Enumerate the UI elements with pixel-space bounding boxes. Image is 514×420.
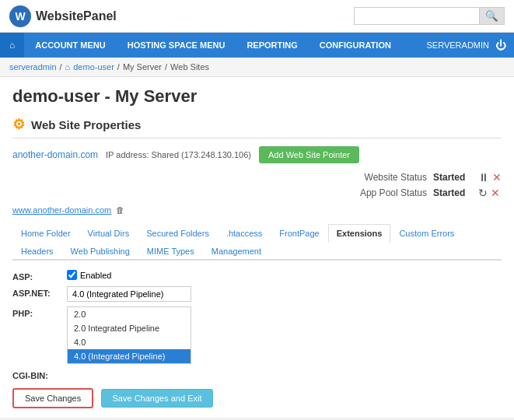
nav-configuration[interactable]: CONFIGURATION (309, 33, 402, 58)
section-title: Web Site Properties (31, 118, 141, 131)
breadcrumb-serveradmin[interactable]: serveradmin (9, 62, 57, 72)
apppool-status-value: Started (433, 187, 472, 198)
breadcrumb: serveradmin / ⌂ demo-user / My Server / … (0, 58, 514, 77)
www-domain-link[interactable]: www.another-domain.com (12, 205, 111, 215)
aspnet-label: ASP.NET: (12, 286, 59, 298)
tab-extensions[interactable]: Extensions (328, 224, 391, 243)
power-button[interactable]: ⏻ (495, 39, 506, 51)
php-row: PHP: 2.0 2.0 Integrated Pipeline 4.0 4.0… (12, 306, 502, 364)
server-admin-label: SERVERADMIN (427, 40, 489, 50)
section-header: ⚙ Web Site Properties (12, 116, 502, 138)
cgi-label: CGI-BIN: (12, 369, 59, 380)
asp-label: ASP: (12, 270, 59, 282)
delete-row: Delete Force delete website directory? (12, 415, 502, 418)
tabs-bar: Home Folder Virtual Dirs Secured Folders… (12, 224, 502, 261)
breadcrumb-home-icon: ⌂ (65, 62, 71, 72)
domain-link[interactable]: another-domain.com (12, 149, 98, 160)
apppool-status-line: App Pool Status Started ↻ ✕ (357, 187, 502, 199)
php-dropdown: 2.0 2.0 Integrated Pipeline 4.0 4.0 (Int… (67, 306, 191, 364)
tab-home-folder[interactable]: Home Folder (12, 224, 79, 243)
domain-row: another-domain.com IP address: Shared (1… (12, 146, 502, 199)
php-label: PHP: (12, 306, 59, 318)
tab-custom-errors[interactable]: Custom Errors (390, 224, 463, 243)
website-status-label: Website Status (357, 172, 427, 183)
nav-account-menu[interactable]: ACCOUNT MENU (24, 33, 116, 58)
php-option-20[interactable]: 2.0 (68, 307, 191, 321)
search-bar: 🔍 (354, 7, 505, 25)
breadcrumb-my-server: My Server (123, 62, 162, 72)
nav-hosting-space-menu[interactable]: HOSTING SPACE MENU (117, 33, 236, 58)
search-button[interactable]: 🔍 (479, 8, 504, 24)
asp-enabled-checkbox-row: Enabled (67, 270, 111, 280)
ip-address-text: IP address: Shared (173.248.130.106) (106, 150, 251, 159)
action-buttons-row: Save Changes Save Changes and Exit (12, 388, 502, 408)
content-wrapper: demo-user - My Server ⚙ Web Site Propert… (12, 86, 502, 418)
page-content: demo-user - My Server ⚙ Web Site Propert… (0, 77, 514, 418)
search-input[interactable] (355, 9, 479, 24)
apppool-stop-icon[interactable]: ✕ (491, 187, 500, 199)
tab-web-publishing[interactable]: Web Publishing (62, 242, 138, 261)
php-option-40[interactable]: 4.0 (68, 335, 191, 349)
status-panel: Website Status Started ⏸ ✕ App Pool Stat… (357, 171, 502, 199)
tab-frontpage[interactable]: FrontPage (271, 224, 327, 243)
tab-htaccess[interactable]: .htaccess (218, 224, 271, 243)
asp-row: ASP: Enabled (12, 270, 502, 282)
delete-www-icon[interactable]: 🗑 (116, 205, 124, 215)
add-web-site-pointer-button[interactable]: Add Web Site Pointer (259, 146, 359, 163)
website-pause-icon[interactable]: ⏸ (478, 171, 489, 184)
settings-icon: ⚙ (12, 116, 25, 133)
tab-virtual-dirs[interactable]: Virtual Dirs (79, 224, 138, 243)
save-changes-exit-button[interactable]: Save Changes and Exit (101, 389, 214, 408)
tab-management[interactable]: Management (203, 242, 270, 261)
php-option-20-integrated[interactable]: 2.0 Integrated Pipeline (68, 321, 191, 335)
php-dropdown-list: 2.0 2.0 Integrated Pipeline 4.0 4.0 (Int… (67, 306, 191, 364)
tab-mime-types[interactable]: MIME Types (138, 242, 203, 261)
php-option-40-integrated[interactable]: 4.0 (Integrated Pipeline) (68, 349, 191, 363)
logo-text: WebsitePanel (36, 9, 117, 23)
logo-icon: W (9, 5, 31, 27)
tab-headers[interactable]: Headers (12, 242, 62, 261)
breadcrumb-web-sites: Web Sites (170, 62, 209, 72)
page-title: demo-user - My Server (12, 86, 502, 107)
save-changes-button[interactable]: Save Changes (12, 388, 93, 408)
asp-enabled-checkbox[interactable] (67, 270, 77, 280)
cgi-row: CGI-BIN: (12, 369, 502, 380)
nav-reporting[interactable]: REPORTING (236, 33, 308, 58)
home-icon: ⌂ (9, 40, 15, 51)
website-stop-icon[interactable]: ✕ (492, 171, 502, 184)
aspnet-row: ASP.NET: 4.0 (Integrated Pipeline) (12, 286, 502, 302)
www-row: www.another-domain.com 🗑 (12, 205, 502, 215)
apppool-status-label: App Pool Status (357, 187, 427, 198)
logo: W WebsitePanel (9, 5, 117, 27)
breadcrumb-demo-user[interactable]: demo-user (73, 62, 114, 72)
apppool-refresh-icon[interactable]: ↻ (478, 187, 488, 199)
aspnet-select[interactable]: 4.0 (Integrated Pipeline) (67, 286, 191, 302)
website-status-line: Website Status Started ⏸ ✕ (357, 171, 502, 184)
nav-right: SERVERADMIN ⏻ (427, 39, 514, 51)
tab-secured-folders[interactable]: Secured Folders (138, 224, 218, 243)
apppool-status-icons: ↻ ✕ (478, 187, 500, 199)
aspnet-select-wrapper: 4.0 (Integrated Pipeline) (67, 286, 191, 302)
app-header: W WebsitePanel 🔍 (0, 0, 514, 33)
asp-enabled-label: Enabled (80, 271, 111, 280)
main-nav: ⌂ ACCOUNT MENU HOSTING SPACE MENU REPORT… (0, 33, 514, 58)
website-status-value: Started (433, 172, 472, 183)
nav-home[interactable]: ⌂ (0, 33, 24, 58)
website-status-icons: ⏸ ✕ (478, 171, 502, 184)
